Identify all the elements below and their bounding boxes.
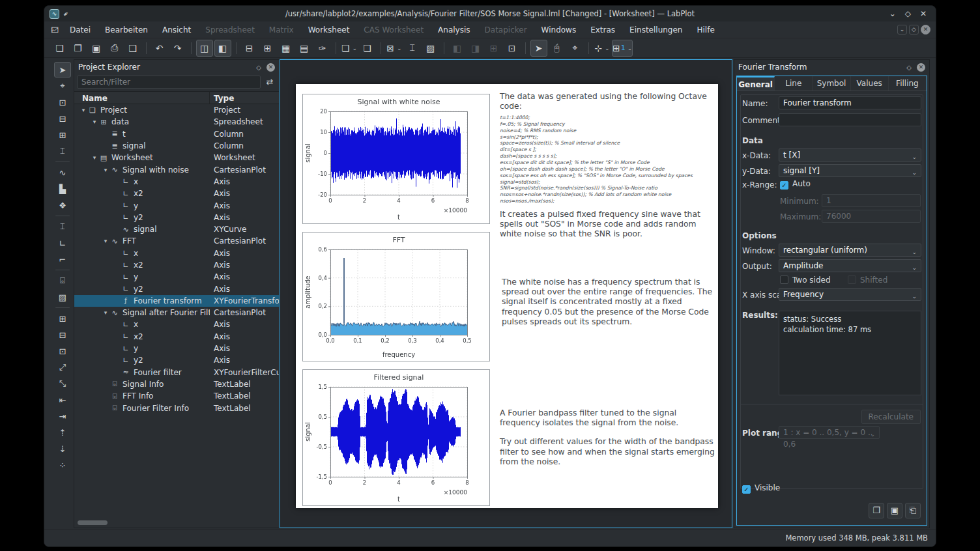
add-axis-vertical-button[interactable]: ⌶ bbox=[54, 219, 71, 234]
shift-down-y-button[interactable]: ⇣ bbox=[54, 441, 71, 457]
signal-info-label-tail[interactable]: It creates a pulsed fixed frequency sine… bbox=[500, 210, 719, 240]
plot-range-combobox[interactable]: 1 : x = 0 .. 0,5, y = 0 .. 0,6⌄ bbox=[779, 426, 880, 439]
close-dock-icon[interactable]: ✕ bbox=[917, 63, 925, 72]
horizontal-layout-button[interactable]: ◨⌄ bbox=[467, 40, 484, 57]
table-row[interactable]: ▾ ≈ Fourier filter XYFourierFilterCurve bbox=[74, 367, 279, 378]
zoom-preset-button[interactable]: ⊞1⌄ bbox=[612, 40, 633, 57]
table-row[interactable]: ▾ ⌻ Signal Info TextLabel bbox=[74, 378, 279, 390]
zoom-origin-button[interactable]: ⊡ bbox=[54, 343, 71, 359]
minimum-field[interactable]: 1 bbox=[822, 194, 921, 207]
table-row[interactable]: ▾ ∟ x2 Axis bbox=[74, 188, 279, 199]
expander-icon[interactable]: ▾ bbox=[91, 119, 98, 125]
x-data-combobox[interactable]: t [X]⌄ bbox=[779, 148, 921, 162]
mdi-restore-icon[interactable]: ◇ bbox=[909, 25, 919, 35]
new-file-button[interactable]: ❏⌄ bbox=[51, 40, 68, 57]
worksheet-tool-button[interactable] bbox=[55, 162, 70, 162]
float-dock-icon[interactable]: ◇ bbox=[906, 64, 912, 71]
table-row[interactable]: ▾ ∟ x2 Axis bbox=[74, 259, 279, 271]
toolbar-button[interactable]: ⌄ bbox=[191, 42, 192, 54]
toggle-properties-explorer-button[interactable]: ◧⌄ bbox=[214, 40, 231, 57]
toggle-project-explorer-button[interactable]: ◫⌄ bbox=[196, 40, 213, 57]
menu-item[interactable]: Spreadsheet bbox=[198, 23, 262, 37]
expander-icon[interactable]: ▾ bbox=[102, 167, 109, 173]
worksheet-tool-button[interactable] bbox=[55, 307, 70, 308]
menu-item[interactable]: Hilfe bbox=[689, 23, 721, 37]
plot-signal-noise[interactable] bbox=[302, 94, 490, 224]
tab[interactable]: Line bbox=[775, 76, 813, 91]
horizontal-scrollbar[interactable] bbox=[76, 520, 277, 526]
auto-scale-x-button[interactable]: ⤡ bbox=[54, 376, 71, 391]
expander-icon[interactable]: ▾ bbox=[91, 154, 98, 161]
y-data-combobox[interactable]: signal [Y]⌄ bbox=[779, 164, 921, 177]
cartesian-select-button[interactable]: ➤ bbox=[54, 62, 71, 78]
name-field[interactable]: Fourier transform bbox=[779, 96, 921, 109]
window-combobox[interactable]: rectangular (uniform)⌄ bbox=[779, 244, 921, 257]
menu-item[interactable]: Matrix bbox=[262, 23, 301, 37]
table-row[interactable]: ▾ ƒ Fourier transform XYFourierTransform… bbox=[74, 295, 279, 307]
table-row[interactable]: ▾ ∟ x Axis bbox=[74, 176, 279, 188]
tab[interactable]: General bbox=[737, 76, 775, 91]
vertical-layout-button[interactable]: ◧⌄ bbox=[449, 40, 466, 57]
save-config-button[interactable]: ▣ bbox=[887, 503, 902, 518]
new-notes-button[interactable]: ✑⌄ bbox=[314, 40, 331, 57]
menu-item[interactable]: Einstellungen bbox=[622, 23, 689, 37]
fourier-filter-info-label[interactable]: A Fourier bandpass filter tuned to the s… bbox=[500, 408, 719, 467]
maximize-button[interactable]: ◇ bbox=[905, 9, 911, 18]
table-row[interactable]: ▾ ∟ x Axis bbox=[74, 318, 279, 330]
menu-item[interactable]: Extras bbox=[583, 23, 622, 37]
navigate-mode-button[interactable]: 🖰⌄ bbox=[549, 40, 566, 57]
table-row[interactable]: ▾ ∟ y Axis bbox=[74, 199, 279, 211]
worksheet-tool-button[interactable] bbox=[55, 270, 70, 270]
menu-item[interactable]: CAS Worksheet bbox=[356, 23, 431, 37]
toolbar-button[interactable]: ⌄ bbox=[236, 42, 237, 54]
text-label-button[interactable]: ⌶⌄ bbox=[404, 40, 421, 57]
output-combobox[interactable]: Amplitude⌄ bbox=[779, 259, 921, 272]
cursor-button[interactable]: ⌶ bbox=[54, 143, 71, 159]
new-matrix-button[interactable]: ▦⌄ bbox=[278, 40, 295, 57]
expander-icon[interactable]: ▾ bbox=[102, 309, 109, 316]
table-row[interactable]: ▾ ⌻ FFT Info TextLabel bbox=[74, 390, 279, 402]
results-textarea[interactable]: status: Success calculation time: 87 ms bbox=[779, 311, 921, 395]
filter-options-icon[interactable]: ⇄ bbox=[263, 76, 276, 89]
add-image-button[interactable]: ▨ bbox=[54, 289, 71, 305]
table-row[interactable]: ▾ ∿ Signal after Fourier Filter Cartesia… bbox=[74, 307, 279, 318]
new-live-data-button[interactable]: ❏⌄ bbox=[359, 40, 376, 57]
toolbar-button[interactable]: ⌄ bbox=[444, 42, 444, 54]
mdi-close-icon[interactable]: ✕ bbox=[921, 25, 930, 35]
table-row[interactable]: ▾ ∟ y2 Axis bbox=[74, 283, 279, 294]
open-file-button[interactable]: ❐⌄ bbox=[70, 40, 87, 57]
auto-checkbox[interactable]: ✓ bbox=[780, 181, 788, 190]
tab[interactable]: Values bbox=[851, 76, 889, 91]
column-header-name[interactable]: Name bbox=[74, 92, 210, 104]
table-row[interactable]: ▾ ∿ Signal with noise CartesianPlot bbox=[74, 163, 279, 175]
zoom-select-mode-button[interactable]: ⌖⌄ bbox=[567, 40, 584, 57]
table-row[interactable]: ▾ ∟ y2 Axis bbox=[74, 354, 279, 366]
plot-filtered[interactable] bbox=[302, 369, 490, 506]
print-button[interactable]: ⎙⌄ bbox=[106, 40, 123, 57]
new-spreadsheet-button[interactable]: ⊞⌄ bbox=[259, 40, 276, 57]
close-dock-icon[interactable]: ✕ bbox=[267, 63, 275, 72]
magnification-button[interactable]: ⊹⌄ bbox=[594, 40, 611, 57]
search-input[interactable]: Search/Filter bbox=[77, 76, 261, 89]
shift-left-x-button[interactable]: ⇤ bbox=[54, 392, 71, 408]
menu-item[interactable]: Worksheet bbox=[301, 23, 357, 37]
two-sided-checkbox[interactable] bbox=[780, 276, 788, 284]
maximum-field[interactable]: 76000 bbox=[822, 210, 921, 223]
table-row[interactable]: ▾ ≣ signal Column bbox=[74, 140, 279, 152]
add-axis-horizontal-button[interactable]: ⌐ bbox=[54, 251, 71, 267]
comment-field[interactable] bbox=[779, 113, 921, 126]
x-axis-scale-combobox[interactable]: Frequency⌄ bbox=[779, 288, 921, 301]
signal-info-label[interactable]: The data was generated using the followi… bbox=[500, 92, 719, 111]
tree-header[interactable]: Name Type bbox=[74, 91, 279, 104]
table-row[interactable]: ▾ ∟ x Axis bbox=[74, 247, 279, 259]
add-fit-curve-button[interactable]: ❖ bbox=[54, 197, 71, 213]
table-row[interactable]: ▾ ∟ x2 Axis bbox=[74, 331, 279, 343]
add-text-label-button[interactable]: ⌻ bbox=[54, 273, 71, 289]
toolbar-button[interactable]: ⌄ bbox=[381, 42, 381, 54]
zoom-out-button[interactable]: ⊟ bbox=[54, 327, 71, 343]
tab[interactable]: Filling bbox=[889, 76, 927, 91]
table-row[interactable]: ▾ ∟ y2 Axis bbox=[74, 212, 279, 223]
menu-item[interactable]: Datei bbox=[63, 23, 98, 37]
zoom-x-select-button[interactable]: ⊟ bbox=[54, 111, 71, 126]
tab[interactable]: Symbol bbox=[813, 76, 850, 91]
